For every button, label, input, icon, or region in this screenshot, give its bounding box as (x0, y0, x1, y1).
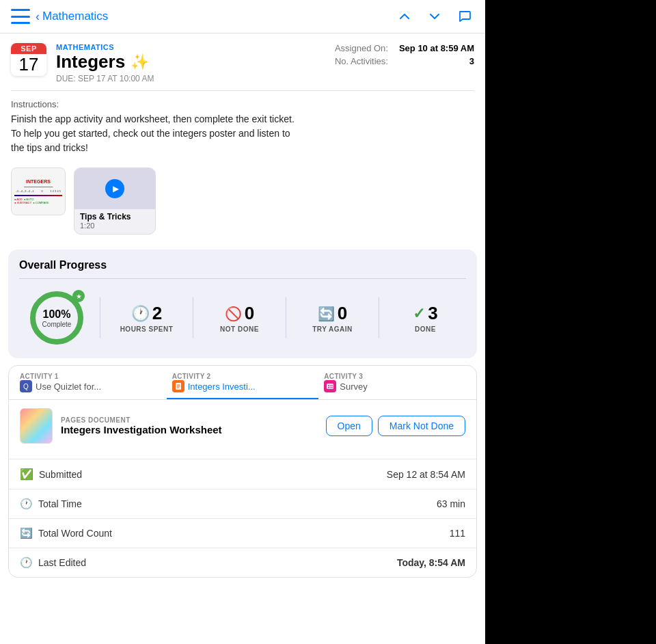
try-again-label: TRY AGAIN (312, 325, 353, 333)
done-value: 3 (428, 303, 437, 324)
word-count-left: 🔄 Total Word Count (20, 527, 112, 539)
submitted-left: ✅ Submitted (20, 468, 82, 481)
stat-divider-2 (193, 297, 193, 338)
sidebar-toggle-button[interactable] (11, 9, 30, 24)
total-time-row: 🕐 Total Time 63 min (9, 489, 476, 519)
donut-complete-label: Complete (42, 321, 72, 328)
submitted-label: Submitted (39, 469, 82, 480)
stat-divider-4 (379, 297, 379, 338)
up-button[interactable] (395, 7, 414, 26)
integers-poster-attachment[interactable]: INTEGERS ━━━━━━━━━━━━━━━━━━━━━ –5 –4 –3 … (11, 167, 66, 215)
total-time-label: Total Time (38, 498, 82, 509)
video-thumbnail: ▶ (74, 168, 155, 209)
mark-not-done-button[interactable]: Mark Not Done (378, 416, 465, 436)
assigned-on-row: Assigned On: Sep 10 at 8:59 AM (335, 43, 474, 53)
subject-label: MATHEMATICS (56, 43, 154, 51)
try-again-top: 🔄 0 (318, 303, 347, 324)
no-activities-value: 3 (469, 56, 474, 66)
detail-rows: ✅ Submitted Sep 12 at 8:54 AM 🕐 Total Ti… (9, 459, 476, 577)
stat-divider-3 (286, 297, 286, 338)
svg-rect-6 (327, 384, 333, 389)
tryagain-icon: 🔄 (318, 306, 335, 322)
doc-title: Integers Investigation Worksheet (61, 424, 318, 435)
document-row: PAGES DOCUMENT Integers Investigation Wo… (20, 408, 465, 444)
not-done-stat: 🚫 0 NOT DONE (199, 303, 280, 333)
top-bar: ‹ Mathematics (0, 0, 485, 33)
right-panel (485, 0, 656, 644)
last-edited-icon: 🕐 (20, 556, 33, 569)
total-time-left: 🕐 Total Time (20, 498, 82, 510)
activity-3-icon-row: Survey (324, 380, 465, 392)
pages-icon (172, 380, 184, 392)
quizlet-icon: Q (20, 380, 32, 392)
activity-tab-2[interactable]: ACTIVITY 2 Integers Investi... (167, 366, 319, 399)
down-button[interactable] (425, 7, 444, 26)
not-done-label: NOT DONE (220, 325, 259, 333)
donut-wrap: 100% Complete ★ (26, 287, 87, 349)
play-icon: ▶ (105, 179, 124, 198)
hours-spent-label: HOURS SPENT (120, 325, 174, 333)
document-thumbnail (20, 408, 53, 444)
activity-1-icon-row: Q Use Quizlet for... (20, 380, 161, 392)
word-count-icon: 🔄 (20, 527, 33, 539)
star-badge: ★ (72, 290, 85, 302)
calendar-icon: SEP 17 (11, 43, 46, 76)
calendar-day: 17 (11, 54, 46, 76)
word-count-value: 111 (450, 528, 465, 539)
notdone-icon: 🚫 (225, 306, 242, 322)
try-again-stat: 🔄 0 TRY AGAIN (292, 303, 373, 333)
hours-spent-top: 🕐 2 (131, 303, 162, 324)
last-edited-label: Last Edited (38, 557, 86, 568)
assigned-on-label: Assigned On: (335, 43, 388, 53)
hours-spent-stat: 🕐 2 HOURS SPENT (106, 303, 187, 333)
progress-title: Overall Progress (19, 259, 466, 271)
check-circle-icon: ✅ (20, 468, 33, 481)
attachments-section: INTEGERS ━━━━━━━━━━━━━━━━━━━━━ –5 –4 –3 … (0, 161, 485, 244)
doc-type-label: PAGES DOCUMENT (61, 416, 318, 424)
activity-1-name: Use Quizlet for... (36, 381, 101, 392)
submitted-date: Sep 12 at 8:54 AM (387, 469, 465, 480)
instructions-text: Finish the app activity and worksheet, t… (11, 112, 474, 155)
back-label: Mathematics (42, 10, 108, 23)
clock-icon: 🕐 (131, 305, 150, 323)
try-again-value: 0 (338, 303, 347, 324)
sparkle-icon: ✨ (131, 53, 149, 71)
svg-point-7 (328, 385, 329, 386)
activity-tabs: ACTIVITY 1 Q Use Quizlet for... ACTIVITY… (9, 366, 476, 400)
stat-divider-1 (100, 297, 100, 338)
no-activities-row: No. Activities: 3 (335, 56, 474, 66)
last-edited-row: 🕐 Last Edited Today, 8:54 AM (9, 548, 476, 577)
done-top: ✓ 3 (413, 303, 437, 324)
assignment-header: SEP 17 MATHEMATICS Integers ✨ DUE: SEP 1… (0, 33, 165, 90)
last-edited-value: Today, 8:54 AM (397, 557, 465, 568)
activity-3-name: Survey (340, 381, 367, 392)
activity-2-name: Integers Investi... (188, 381, 256, 392)
activity-tab-1[interactable]: ACTIVITY 1 Q Use Quizlet for... (14, 366, 167, 399)
back-button[interactable]: ‹ Mathematics (36, 10, 108, 24)
word-count-row: 🔄 Total Word Count 111 (9, 519, 476, 548)
activity-tab-3[interactable]: ACTIVITY 3 Survey (318, 366, 471, 399)
video-title: Tips & Tricks (80, 212, 150, 222)
hours-spent-value: 2 (152, 303, 162, 324)
activities-section: ACTIVITY 1 Q Use Quizlet for... ACTIVITY… (8, 365, 477, 578)
done-stat: ✓ 3 DONE (385, 303, 466, 333)
assignment-header-row: SEP 17 MATHEMATICS Integers ✨ DUE: SEP 1… (0, 33, 485, 90)
activity-2-number: ACTIVITY 2 (172, 373, 314, 380)
not-done-value: 0 (245, 303, 254, 324)
donut-label: 100% Complete (42, 308, 72, 328)
activity-1-number: ACTIVITY 1 (20, 373, 161, 380)
due-date: DUE: SEP 17 AT 10:00 AM (56, 74, 154, 83)
assignment-info: MATHEMATICS Integers ✨ DUE: SEP 17 AT 10… (56, 43, 154, 83)
word-count-label: Total Word Count (38, 528, 112, 539)
progress-stats: 100% Complete ★ 🕐 2 HOURS SPENT (19, 287, 466, 349)
open-button[interactable]: Open (326, 416, 372, 436)
tips-tricks-video[interactable]: ▶ Tips & Tricks 1:20 (74, 167, 156, 234)
last-edited-left: 🕐 Last Edited (20, 556, 86, 569)
donut-chart: 100% Complete ★ (19, 287, 94, 349)
document-info: PAGES DOCUMENT Integers Investigation Wo… (61, 416, 318, 435)
assignment-meta: Assigned On: Sep 10 at 8:59 AM No. Activ… (335, 33, 485, 76)
submitted-row: ✅ Submitted Sep 12 at 8:54 AM (9, 459, 476, 489)
back-chevron-icon: ‹ (36, 10, 40, 24)
comment-button[interactable] (455, 7, 474, 26)
donut-percent: 100% (42, 308, 72, 321)
